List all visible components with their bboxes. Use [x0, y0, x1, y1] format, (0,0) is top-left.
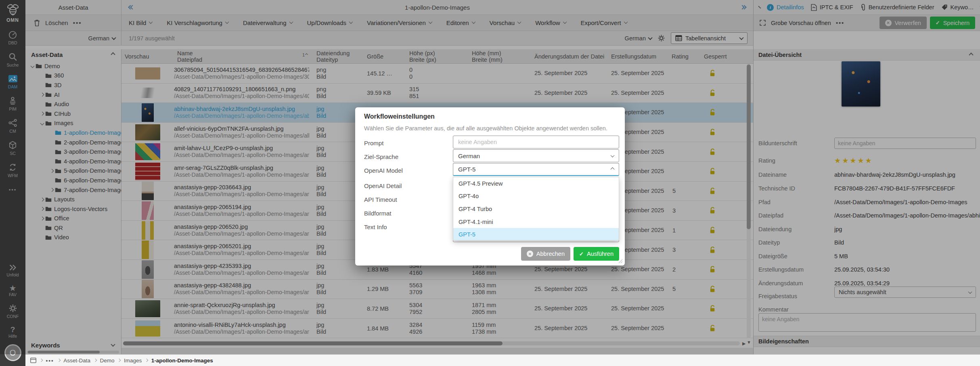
breadcrumb-item[interactable]: Asset-Data: [63, 358, 90, 364]
breadcrumb-more[interactable]: •••: [46, 358, 54, 364]
cancel-button[interactable]: ✕Abbrechen: [521, 247, 570, 261]
ziel-sprache-select[interactable]: German: [453, 149, 619, 162]
chevron-down-icon: [611, 153, 615, 157]
x-circle-icon: ✕: [527, 251, 533, 257]
dropdown-option[interactable]: GPT-4.1-mini: [453, 215, 619, 228]
dropdown-option[interactable]: GPT-4o: [453, 190, 619, 203]
chevron-right-icon: [94, 359, 97, 362]
chevron-right-icon: [117, 359, 121, 362]
dropdown-option[interactable]: GPT-5: [453, 228, 619, 241]
api-timeout-label: API Timeout: [364, 196, 397, 203]
prompt-input-wrap: [453, 136, 619, 148]
breadcrumb-item[interactable]: Demo: [100, 358, 114, 364]
workflow-settings-dialog: Workfloweinstellungen Wählen Sie die Par…: [355, 107, 625, 266]
openai-model-label: OpenAI Model: [364, 167, 403, 174]
breadcrumb: Asset-Data Demo Images 1-apollon-Demo-Im…: [58, 358, 213, 364]
dropdown-option[interactable]: GPT-4.5 Preview: [453, 177, 619, 190]
model-dropdown-list: GPT-4.5 Preview GPT-4o GPT-4 Turbo GPT-4…: [453, 177, 619, 241]
prompt-label: Prompt: [364, 140, 383, 146]
dropdown-option[interactable]: GPT-4 Turbo: [453, 203, 619, 215]
dialog-title: Workfloweinstellungen: [364, 113, 435, 120]
dialog-subtitle: Wählen Sie die Parameter aus, die auf al…: [364, 125, 607, 132]
breadcrumb-item[interactable]: 1-apollon-Demo-Images: [151, 358, 213, 364]
openai-model-select[interactable]: GPT-5: [453, 163, 619, 176]
openai-detail-label: OpenAI Detail: [364, 182, 402, 189]
run-button[interactable]: ✓Ausführen: [574, 247, 619, 261]
chevron-right-icon: [145, 359, 148, 362]
ziel-sprache-label: Ziel-Sprache: [364, 153, 398, 160]
chevron-right-icon: [57, 359, 61, 362]
breadcrumb-item[interactable]: Images: [124, 358, 142, 364]
chevron-right-icon: [40, 359, 43, 362]
chevron-up-icon: [611, 167, 615, 171]
breadcrumb-bar: ••• Asset-Data Demo Images 1-apollon-Dem…: [25, 354, 980, 366]
text-info-label: Text Info: [364, 224, 387, 230]
resize-handle-icon[interactable]: [618, 258, 623, 264]
prompt-input[interactable]: [458, 139, 614, 145]
check-icon: ✓: [579, 251, 584, 257]
window-icon[interactable]: [30, 358, 36, 363]
bildformat-label: Bildformat: [364, 210, 392, 217]
